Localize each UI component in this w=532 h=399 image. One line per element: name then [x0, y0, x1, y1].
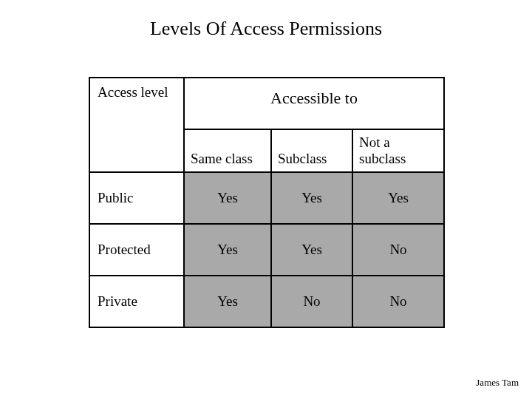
cell-value: No — [352, 276, 444, 327]
corner-label: Access level — [89, 78, 184, 172]
row-label-public: Public — [89, 172, 184, 224]
permissions-table: Access level Accessible to Same class Su… — [89, 77, 445, 328]
table-row: Protected Yes Yes No — [89, 224, 444, 276]
footer-author: James Tam — [476, 377, 519, 389]
row-label-private: Private — [89, 276, 184, 327]
permissions-table-wrap: Access level Accessible to Same class Su… — [89, 77, 443, 328]
column-header-same-class: Same class — [184, 129, 271, 172]
cell-value: No — [352, 224, 444, 276]
table-row: Public Yes Yes Yes — [89, 172, 444, 224]
cell-value: Yes — [184, 224, 271, 276]
table-row: Private Yes No No — [89, 276, 444, 327]
column-header-not-subclass: Not a subclass — [352, 129, 444, 172]
cell-value: Yes — [184, 276, 271, 327]
cell-value: Yes — [271, 224, 352, 276]
page-title: Levels Of Access Permissions — [0, 0, 532, 47]
accessible-to-header: Accessible to — [184, 78, 444, 129]
cell-value: Yes — [184, 172, 271, 224]
cell-value: Yes — [352, 172, 444, 224]
cell-value: No — [271, 276, 352, 327]
table-header-row-1: Access level Accessible to — [89, 78, 444, 129]
cell-value: Yes — [271, 172, 352, 224]
column-header-subclass: Subclass — [271, 129, 352, 172]
row-label-protected: Protected — [89, 224, 184, 276]
